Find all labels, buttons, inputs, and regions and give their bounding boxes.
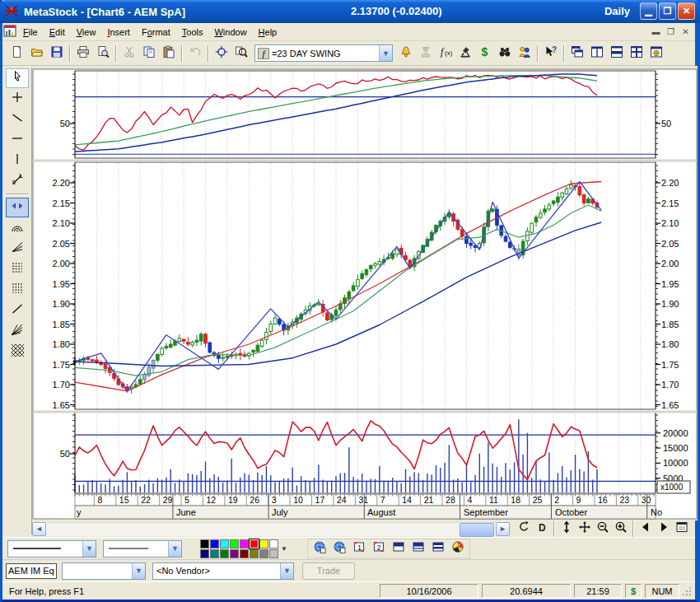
axis-label: 1.70 [661, 380, 679, 390]
chart-region[interactable]: 50502.202.202.152.152.102.102.052.052.00… [32, 66, 698, 520]
scrollbar-thumb[interactable] [460, 523, 494, 537]
status-help-text: For Help, press F1 [5, 586, 84, 596]
refresh-data-button[interactable] [515, 521, 533, 536]
expand-vertical-button[interactable] [558, 521, 576, 536]
periodicity-daily-button[interactable]: D [533, 521, 551, 536]
color-swatch[interactable] [210, 549, 219, 558]
chevron-down-icon[interactable]: ▼ [280, 563, 293, 579]
axis-label: x1000 [660, 483, 684, 492]
axis-label: 1.75 [661, 360, 679, 370]
axis-label: 3 [272, 495, 277, 505]
publish-web-2-button[interactable] [329, 539, 349, 558]
color-swatch[interactable] [269, 539, 278, 548]
axis-label: 31 [358, 495, 368, 505]
color-swatch[interactable] [230, 539, 239, 548]
axis-label: 14 [402, 495, 412, 505]
window-menu-button[interactable] [673, 521, 691, 536]
scrollbar-right-arrow[interactable]: ► [496, 522, 510, 536]
chevron-down-icon[interactable]: ▼ [168, 541, 181, 557]
axis-label: 30 [642, 495, 651, 505]
trade-button[interactable]: Trade [302, 562, 355, 580]
toolbar-separator [553, 520, 555, 537]
zoom-out-button[interactable] [594, 521, 612, 536]
chevron-down-icon[interactable]: ▼ [132, 563, 145, 579]
scroll-chart-left-button[interactable] [637, 521, 655, 536]
color-swatch[interactable] [259, 539, 268, 548]
resize-grip[interactable] [682, 586, 693, 596]
axis-label: 2.10 [661, 218, 679, 228]
axis-label: No [651, 507, 662, 517]
layout-template-2-icon: 2 [372, 540, 385, 557]
axis-label: 5 [184, 495, 189, 505]
chart-wizard-button[interactable] [448, 539, 468, 558]
axis-label: 16 [598, 495, 608, 505]
panel-layout-a-button[interactable] [389, 539, 408, 558]
scroll-chart-left-icon [639, 520, 652, 537]
zoom-in-button[interactable] [612, 521, 630, 536]
zoom-in-icon [614, 520, 628, 537]
color-swatch[interactable] [230, 549, 239, 558]
axis-label: August [367, 507, 395, 517]
color-swatch[interactable] [250, 539, 259, 548]
axis-label: 23 [619, 495, 629, 505]
symbol-input[interactable] [6, 563, 57, 579]
layout-template-2-button[interactable]: 2 [369, 539, 389, 558]
color-swatch[interactable] [210, 539, 219, 548]
axis-label: 2.05 [661, 239, 679, 249]
axis-label: 21 [424, 495, 434, 505]
color-swatch[interactable] [269, 549, 278, 558]
axis-label: 1.80 [661, 339, 679, 349]
instrument-combo[interactable]: ▼ [62, 562, 146, 580]
axis-label: 50 [661, 119, 671, 128]
zoom-out-icon [596, 520, 609, 537]
pan-chart-button[interactable] [576, 521, 594, 536]
axis-label: 2.10 [53, 218, 70, 228]
axis-label: 50 [60, 119, 70, 128]
panel-layout-c-button[interactable] [428, 539, 448, 558]
color-swatch[interactable] [259, 549, 268, 558]
axis-label: 25 [533, 495, 543, 505]
axis-label: 20000 [663, 428, 688, 438]
panel-layout-b-button[interactable] [408, 539, 428, 558]
vendor-combo[interactable]: <No Vendor> ▼ [152, 562, 294, 580]
scrollbar-track[interactable] [46, 522, 496, 536]
axis-label: 2.20 [661, 178, 679, 188]
scroll-chart-right-icon [657, 520, 670, 537]
axis-label: 15000 [663, 443, 688, 453]
vendor-value: <No Vendor> [156, 566, 210, 576]
status-currency: $ [625, 584, 642, 598]
layout-template-1-button[interactable]: 1 [349, 539, 369, 558]
axis-label: 2.15 [661, 198, 679, 208]
panel-layout-b-icon [412, 540, 425, 557]
publish-web-1-button[interactable] [310, 539, 329, 558]
expand-vertical-icon [560, 520, 573, 537]
axis-label: 1.90 [53, 299, 70, 309]
color-palette-dropdown[interactable]: ▼ [281, 545, 287, 553]
color-swatch[interactable] [250, 549, 259, 558]
axis-label: 1.65 [661, 400, 679, 410]
status-price: 20.6944 [482, 584, 571, 598]
status-bar: For Help, press F1 10/16/2006 20.6944 21… [2, 581, 695, 600]
axis-label: October [555, 507, 587, 517]
axis-label: 7 [380, 495, 385, 505]
color-swatch[interactable] [220, 549, 229, 558]
chart-canvas[interactable]: 50502.202.202.152.152.102.102.052.052.00… [2, 0, 700, 602]
chevron-down-icon[interactable]: ▼ [82, 541, 96, 557]
scrollbar-left-arrow[interactable]: ◄ [32, 522, 46, 536]
axis-label: 2.15 [53, 198, 70, 208]
color-swatch[interactable] [200, 539, 209, 548]
axis-label: September [464, 507, 508, 517]
color-swatch[interactable] [240, 549, 249, 558]
color-swatch[interactable] [200, 549, 209, 558]
axis-label: 29 [163, 495, 173, 505]
axis-label: 1.85 [661, 320, 679, 329]
svg-text:1: 1 [357, 544, 362, 552]
color-swatch[interactable] [220, 539, 229, 548]
status-time: 21:59 [574, 584, 622, 598]
line-style-combo[interactable]: ▼ [7, 540, 96, 558]
color-swatch[interactable] [240, 539, 249, 548]
status-date: 10/16/2006 [380, 584, 478, 598]
scroll-chart-right-button[interactable] [655, 521, 673, 536]
svg-text:D: D [539, 522, 546, 534]
line-weight-combo[interactable]: ▼ [103, 540, 182, 558]
